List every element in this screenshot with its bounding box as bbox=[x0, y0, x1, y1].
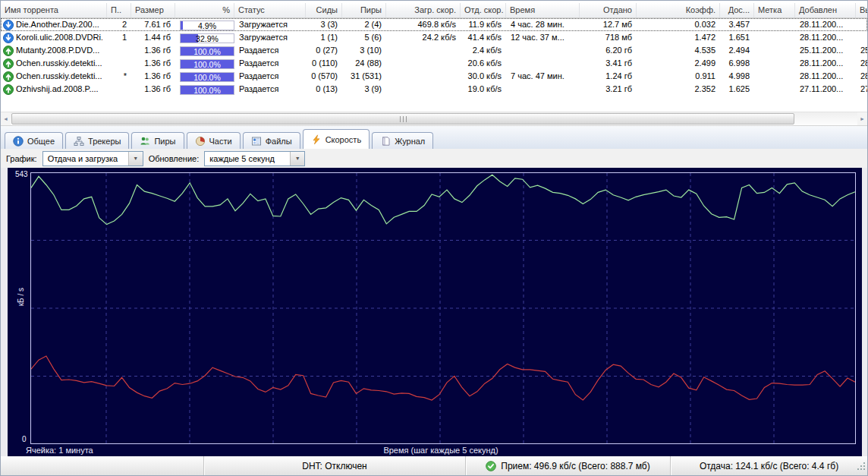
scroll-left-arrow-icon[interactable]: ◄ bbox=[1, 112, 11, 125]
seeding-status-icon bbox=[3, 71, 14, 82]
chevron-down-icon[interactable]: ▼ bbox=[290, 152, 304, 165]
cell-ratio: 4.535 bbox=[637, 44, 720, 57]
progress-label: 100.0% bbox=[181, 86, 234, 95]
cell-uploaded: 3.41 гб bbox=[580, 57, 637, 70]
speed-plot bbox=[30, 172, 856, 444]
column-header-done[interactable]: Вы bbox=[856, 3, 867, 17]
column-header-pct[interactable]: % bbox=[175, 3, 234, 17]
torrent-list-header: Имя торрентаП..Размер%СтатусСидыПирыЗагр… bbox=[1, 3, 867, 18]
cell-pct: 4.9% bbox=[175, 19, 234, 30]
torrent-row[interactable]: Ochen.russkiy.detekti...1.36 гб100.0%Раз… bbox=[1, 57, 867, 70]
tab-label: Файлы bbox=[266, 137, 292, 146]
column-header-uploaded[interactable]: Отдано bbox=[580, 3, 637, 17]
status-upload: Отдача: 124.1 кб/с (Всего: 4.4 гб) bbox=[670, 456, 867, 475]
chevron-down-icon[interactable]: ▼ bbox=[128, 152, 143, 165]
resize-grip[interactable] bbox=[857, 462, 866, 471]
cell-name: Ochen.russkiy.detekti... bbox=[1, 57, 107, 70]
cell-done: 27 bbox=[856, 83, 867, 96]
torrent-row[interactable]: Koroli.ulic.2008.DVDRi...11.44 гб32.9%За… bbox=[1, 31, 867, 44]
cell-avail: 2.494 bbox=[720, 44, 754, 57]
cell-avail: 1.625 bbox=[720, 83, 754, 96]
cell-added: 28.11.200... bbox=[795, 18, 856, 31]
column-header-seeds[interactable]: Сиды bbox=[306, 3, 342, 17]
cell-pct: 100.0% bbox=[175, 45, 234, 56]
cell-added: 27.11.200... bbox=[795, 83, 856, 96]
speed-chart: 543 0 кБ / s Ячейка: 1 минута Время (шаг… bbox=[8, 168, 862, 456]
column-header-peers[interactable]: Пиры bbox=[342, 3, 386, 17]
column-header-ratio[interactable]: Коэфф. bbox=[637, 3, 720, 17]
torrent-list: Имя торрентаП..Размер%СтатусСидыПирыЗагр… bbox=[1, 1, 867, 112]
tab-peers[interactable]: Пиры bbox=[131, 132, 184, 149]
cell-ratio: 2.352 bbox=[637, 83, 720, 96]
scrollbar-track[interactable] bbox=[11, 112, 857, 125]
torrent-row[interactable]: Ochen.russkiy.detekti...*1.36 гб100.0%Ра… bbox=[1, 70, 867, 83]
cell-peers: 5 (6) bbox=[342, 31, 386, 44]
column-header-time[interactable]: Время bbox=[506, 3, 580, 17]
progress-bar: 32.9% bbox=[180, 33, 234, 43]
progress-label: 100.0% bbox=[181, 47, 234, 56]
tab-log[interactable]: Журнал bbox=[372, 132, 433, 149]
torrent-row[interactable]: Ozhivshij.ad.2008.P....1.36 гб100.0%Разд… bbox=[1, 83, 867, 96]
x-axis-row: Ячейка: 1 минута Время (шаг каждые 5 сек… bbox=[26, 446, 856, 455]
seeding-status-icon bbox=[3, 58, 14, 69]
seeding-status-icon bbox=[3, 84, 14, 95]
cell-seeds: 0 (570) bbox=[306, 70, 342, 83]
cell-p: 1 bbox=[107, 31, 131, 44]
cell-pct: 32.9% bbox=[175, 32, 234, 43]
log-icon bbox=[380, 136, 391, 147]
cell-p: 2 bbox=[107, 18, 131, 31]
column-header-p[interactable]: П.. bbox=[107, 3, 131, 17]
series-1-line bbox=[31, 356, 855, 400]
cell-status: Раздается bbox=[234, 44, 306, 57]
progress-bar: 100.0% bbox=[180, 46, 234, 56]
cell-uploaded: 1.24 гб bbox=[580, 70, 637, 83]
torrent-row[interactable]: Die.Another.Day.200...27.61 гб4.9%Загруж… bbox=[1, 18, 867, 31]
graph-select[interactable]: Отдача и загрузка ▼ bbox=[42, 151, 143, 166]
cell-seeds: 1 (1) bbox=[306, 31, 342, 44]
tab-general[interactable]: Общее bbox=[5, 132, 63, 149]
status-bar: DHT: Отключен Прием: 496.9 кб/с (Всего: … bbox=[1, 456, 867, 476]
update-select[interactable]: каждые 5 секунд ▼ bbox=[204, 151, 305, 166]
tab-label: Общее bbox=[27, 137, 55, 146]
cell-uspeed: 41.4 кб/s bbox=[461, 31, 506, 44]
update-select-value: каждые 5 секунд bbox=[205, 154, 290, 163]
column-header-uspeed[interactable]: Отд. скор. bbox=[461, 3, 506, 17]
column-header-added[interactable]: Добавлен bbox=[795, 3, 856, 17]
cell-size: 7.61 гб bbox=[131, 18, 175, 31]
cell-p: * bbox=[107, 70, 131, 83]
column-header-name[interactable]: Имя торрента bbox=[1, 3, 107, 17]
cell-uspeed: 2.4 кб/s bbox=[461, 44, 506, 57]
status-dht: DHT: Отключен bbox=[203, 456, 465, 475]
tab-speed[interactable]: Скорость bbox=[303, 129, 370, 149]
cell-status: Загружается bbox=[234, 18, 306, 31]
cell-peers: 2 (4) bbox=[342, 18, 386, 31]
files-icon bbox=[251, 136, 262, 147]
column-header-label[interactable]: Метка bbox=[754, 3, 795, 17]
cell-avail: 4.998 bbox=[720, 70, 754, 83]
cell-uspeed: 11.9 кб/s bbox=[461, 18, 506, 31]
tab-trackers[interactable]: Трекеры bbox=[65, 132, 129, 149]
scrollbar-thumb[interactable] bbox=[11, 113, 794, 125]
cell-time: 12 час. 37 м... bbox=[506, 31, 580, 44]
cell-status: Раздается bbox=[234, 57, 306, 70]
update-label: Обновление: bbox=[149, 154, 200, 163]
y-axis-title: кБ / s bbox=[17, 288, 25, 306]
progress-label: 4.9% bbox=[181, 21, 234, 30]
cell-ratio: 0.032 bbox=[637, 18, 720, 31]
status-download: Прием: 496.9 кб/с (Всего: 888.7 мб) bbox=[465, 456, 670, 475]
scroll-right-arrow-icon[interactable]: ► bbox=[857, 112, 867, 125]
speed-icon bbox=[311, 134, 322, 145]
column-header-avail[interactable]: Дос... bbox=[720, 3, 754, 17]
cell-peers: 3 (10) bbox=[342, 44, 386, 57]
progress-label: 32.9% bbox=[181, 34, 234, 43]
column-header-dspeed[interactable]: Загр. скор. bbox=[386, 3, 461, 17]
tab-label: Трекеры bbox=[88, 137, 121, 146]
horizontal-scrollbar[interactable]: ◄ ► bbox=[1, 112, 867, 126]
status-section-empty bbox=[1, 456, 203, 475]
tab-pieces[interactable]: Части bbox=[187, 132, 241, 149]
torrent-row[interactable]: Mutanty.2008.P.DVD...1.36 гб100.0%Раздае… bbox=[1, 44, 867, 57]
column-header-status[interactable]: Статус bbox=[234, 3, 306, 17]
tab-files[interactable]: Файлы bbox=[243, 132, 300, 149]
column-header-size[interactable]: Размер bbox=[131, 3, 175, 17]
cell-avail: 6.998 bbox=[720, 57, 754, 70]
